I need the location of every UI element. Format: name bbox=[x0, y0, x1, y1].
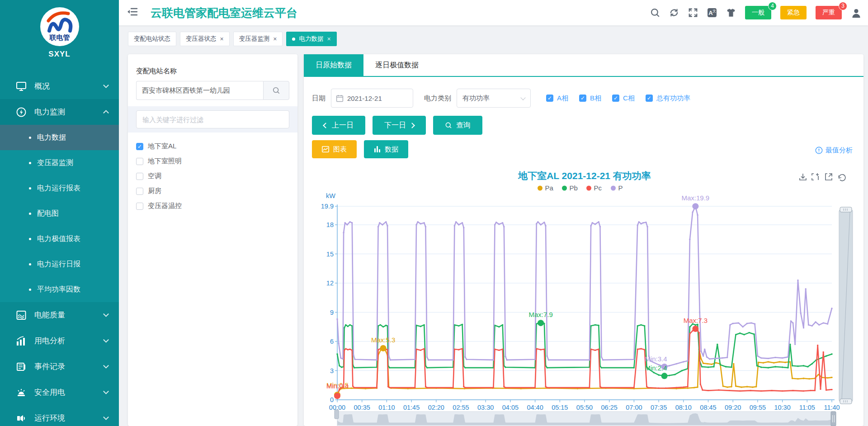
sidebar-item-安全用电[interactable]: 安全用电 bbox=[0, 379, 119, 405]
tree-node-地下室照明[interactable]: 地下室照明 bbox=[136, 154, 289, 169]
data-point-P bbox=[827, 323, 828, 325]
search-icon[interactable] bbox=[650, 8, 660, 18]
view-tab-变配电站状态[interactable]: 变配电站状态 bbox=[128, 32, 176, 46]
datazoom-y-top-handle[interactable] bbox=[840, 207, 852, 212]
legend-dot-Pb[interactable] bbox=[562, 186, 567, 191]
sidebar-subitem-电力运行日报[interactable]: 电力运行日报 bbox=[0, 251, 119, 277]
tree-node-地下室AL[interactable]: ✓地下室AL bbox=[136, 139, 289, 154]
phase-checkbox-C相[interactable]: ✓C相 bbox=[612, 94, 635, 103]
data-view-button[interactable]: 数据 bbox=[364, 140, 408, 158]
zoom-reset-icon[interactable] bbox=[826, 174, 832, 180]
sidebar-subitem-配电图[interactable]: 配电图 bbox=[0, 201, 119, 226]
y-axis-unit: kW bbox=[326, 192, 335, 199]
tree-node-变压器温控[interactable]: 变压器温控 bbox=[136, 199, 289, 213]
extremes-analysis-link[interactable]: 最值分析 bbox=[815, 146, 853, 155]
alert-normal-button[interactable]: 一般4 bbox=[745, 6, 771, 19]
tab-逐日极值数据[interactable]: 逐日极值数据 bbox=[363, 54, 430, 76]
power-category-select[interactable]: 有功功率 bbox=[457, 89, 531, 108]
save-image-icon[interactable] bbox=[800, 174, 806, 180]
legend-dot-P[interactable] bbox=[611, 186, 616, 191]
alert-severe-button[interactable]: 严重3 bbox=[816, 6, 842, 19]
refresh-icon[interactable] bbox=[669, 8, 679, 18]
data-point-Pc bbox=[505, 387, 506, 388]
alert-urgent-button[interactable]: 紧急 bbox=[780, 6, 807, 19]
view-tab-电力数据[interactable]: 电力数据× bbox=[286, 32, 336, 46]
data-point-Pa bbox=[700, 358, 702, 360]
chart-view-button[interactable]: 图表 bbox=[312, 140, 357, 158]
sidebar-item-电能质量[interactable]: 电能质量 bbox=[0, 302, 119, 328]
data-point-Pb bbox=[354, 367, 355, 368]
checkbox-icon[interactable] bbox=[136, 173, 143, 180]
view-tab-变压器状态[interactable]: 变压器状态× bbox=[180, 32, 230, 46]
restore-icon[interactable] bbox=[839, 175, 845, 181]
phase-checkbox-B相[interactable]: ✓B相 bbox=[579, 94, 601, 103]
legend-label-Pc[interactable]: Pc bbox=[594, 184, 602, 192]
date-label: 日期 bbox=[312, 94, 326, 103]
station-search-button[interactable] bbox=[263, 81, 289, 100]
checkbox-icon[interactable] bbox=[136, 188, 143, 195]
translate-icon[interactable]: A文 bbox=[707, 8, 717, 18]
checkbox-icon[interactable]: ✓ bbox=[612, 95, 619, 102]
data-point-P bbox=[379, 222, 380, 223]
sidebar-subitem-电力运行报表[interactable]: 电力运行报表 bbox=[0, 175, 119, 201]
sidebar-item-概况[interactable]: 概况 bbox=[0, 73, 119, 99]
legend-dot-Pc[interactable] bbox=[586, 186, 591, 191]
power-line-chart[interactable]: 地下室AL 2021-12-21 有功功率PaPbPcPkW0369121518… bbox=[312, 161, 856, 426]
sidebar-item-电力监测[interactable]: 电力监测 bbox=[0, 99, 119, 125]
legend-label-Pa[interactable]: Pa bbox=[545, 184, 554, 192]
line-chart-icon bbox=[322, 146, 329, 152]
checkbox-icon[interactable]: ✓ bbox=[579, 95, 586, 102]
active-dot-icon bbox=[292, 38, 295, 41]
sidebar-item-运行环境[interactable]: 运行环境 bbox=[0, 405, 119, 426]
checkbox-icon[interactable] bbox=[136, 158, 143, 165]
fullscreen-icon[interactable] bbox=[688, 8, 698, 18]
date-picker[interactable]: 2021-12-21 bbox=[331, 89, 413, 108]
checkbox-icon[interactable]: ✓ bbox=[646, 95, 653, 102]
sidebar-subitem-电力数据[interactable]: 电力数据 bbox=[0, 125, 119, 150]
theme-icon[interactable] bbox=[726, 8, 736, 18]
checkbox-icon[interactable]: ✓ bbox=[136, 143, 143, 150]
legend-label-P[interactable]: P bbox=[618, 184, 623, 192]
legend-label-Pb[interactable]: Pb bbox=[570, 184, 578, 192]
tree-filter-input[interactable] bbox=[136, 110, 289, 128]
sidebar-item-事件记录[interactable]: 事件记录 bbox=[0, 354, 119, 379]
datazoom-x-right-handle[interactable] bbox=[831, 412, 836, 426]
sidebar-subitem-电力极值报表[interactable]: 电力极值报表 bbox=[0, 226, 119, 251]
data-point-Pc bbox=[462, 348, 463, 349]
phase-checkbox-A相[interactable]: ✓A相 bbox=[546, 94, 568, 103]
data-point-P bbox=[590, 225, 591, 227]
data-point-Pb bbox=[389, 367, 390, 368]
series-line-P[interactable] bbox=[337, 206, 832, 367]
data-point-P bbox=[387, 225, 388, 227]
data-point-Pb bbox=[811, 363, 813, 364]
query-button[interactable]: 查询 bbox=[433, 116, 482, 135]
tree-node-厨房[interactable]: 厨房 bbox=[136, 184, 289, 199]
data-point-P bbox=[376, 359, 377, 360]
checkbox-icon[interactable]: ✓ bbox=[546, 95, 553, 102]
station-panel-title: 变配电站名称 bbox=[136, 67, 289, 76]
phase-checkbox-总有功功率[interactable]: ✓总有功功率 bbox=[646, 94, 690, 103]
station-name-input[interactable] bbox=[136, 81, 263, 100]
view-tab-变压器监测[interactable]: 变压器监测× bbox=[233, 32, 283, 46]
data-point-P bbox=[768, 358, 769, 359]
datazoom-y-bottom-handle[interactable] bbox=[840, 399, 852, 404]
datazoom-x-left-handle[interactable] bbox=[335, 410, 339, 419]
bullet-icon bbox=[29, 162, 31, 164]
close-icon[interactable]: × bbox=[327, 36, 330, 42]
tab-日原始数据[interactable]: 日原始数据 bbox=[304, 54, 363, 76]
sidebar-item-用电分析[interactable]: 用电分析 bbox=[0, 328, 119, 354]
checkbox-icon[interactable] bbox=[136, 203, 143, 210]
legend-dot-Pa[interactable] bbox=[538, 186, 542, 191]
close-icon[interactable]: × bbox=[220, 36, 224, 42]
next-day-button[interactable]: 下一日 bbox=[373, 116, 426, 135]
sidebar-subitem-平均功率因数[interactable]: 平均功率因数 bbox=[0, 277, 119, 302]
zoom-select-icon[interactable] bbox=[812, 173, 819, 180]
close-icon[interactable]: × bbox=[273, 36, 277, 42]
collapse-sidebar-icon[interactable] bbox=[127, 7, 138, 18]
tree-node-空调[interactable]: 空调 bbox=[136, 169, 289, 184]
prev-day-button[interactable]: 上一日 bbox=[312, 116, 365, 135]
user-icon[interactable] bbox=[851, 8, 861, 18]
sidebar-subitem-变压器监测[interactable]: 变压器监测 bbox=[0, 150, 119, 175]
logo-caption: SXYL bbox=[0, 50, 119, 59]
tree-node-label: 变压器温控 bbox=[148, 202, 182, 210]
